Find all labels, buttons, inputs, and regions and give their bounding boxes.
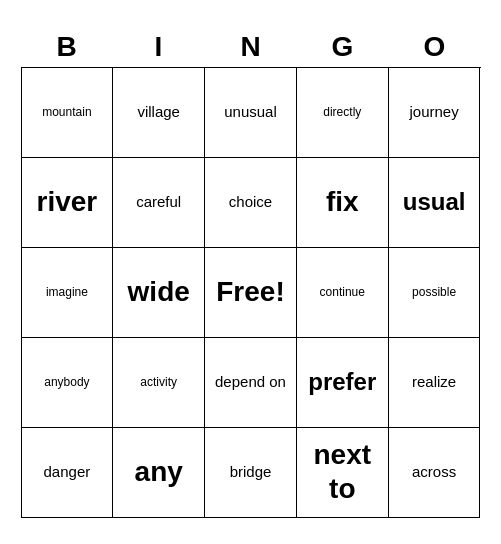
cell-text: next to [301, 438, 384, 505]
bingo-cell: realize [389, 338, 481, 428]
bingo-row: rivercarefulchoicefixusual [22, 158, 481, 248]
bingo-cell: prefer [297, 338, 389, 428]
header-letter: I [113, 27, 205, 67]
bingo-cell: fix [297, 158, 389, 248]
bingo-cell: Free! [205, 248, 297, 338]
cell-text: depend on [215, 373, 286, 391]
cell-text: village [137, 103, 180, 121]
bingo-cell: village [113, 68, 205, 158]
bingo-row: imaginewideFree!continuepossible [22, 248, 481, 338]
bingo-cell: across [389, 428, 481, 518]
cell-text: usual [403, 188, 466, 217]
bingo-cell: continue [297, 248, 389, 338]
bingo-header: BINGO [21, 27, 481, 67]
bingo-cell: imagine [22, 248, 114, 338]
cell-text: wide [128, 275, 190, 309]
bingo-cell: unusual [205, 68, 297, 158]
bingo-cell: danger [22, 428, 114, 518]
cell-text: mountain [42, 105, 91, 119]
bingo-cell: journey [389, 68, 481, 158]
cell-text: danger [44, 463, 91, 481]
bingo-cell: possible [389, 248, 481, 338]
cell-text: imagine [46, 285, 88, 299]
cell-text: unusual [224, 103, 277, 121]
cell-text: directly [323, 105, 361, 119]
bingo-cell: careful [113, 158, 205, 248]
bingo-cell: usual [389, 158, 481, 248]
bingo-cell: activity [113, 338, 205, 428]
bingo-cell: directly [297, 68, 389, 158]
bingo-grid: mountainvillageunusualdirectlyjourneyriv… [21, 67, 481, 518]
cell-text: choice [229, 193, 272, 211]
bingo-card: BINGO mountainvillageunusualdirectlyjour… [21, 27, 481, 518]
bingo-cell: next to [297, 428, 389, 518]
bingo-row: mountainvillageunusualdirectlyjourney [22, 68, 481, 158]
cell-text: fix [326, 185, 359, 219]
cell-text: journey [409, 103, 458, 121]
bingo-cell: river [22, 158, 114, 248]
header-letter: G [297, 27, 389, 67]
cell-text: across [412, 463, 456, 481]
cell-text: realize [412, 373, 456, 391]
header-letter: N [205, 27, 297, 67]
bingo-cell: depend on [205, 338, 297, 428]
bingo-cell: wide [113, 248, 205, 338]
cell-text: continue [320, 285, 365, 299]
bingo-cell: bridge [205, 428, 297, 518]
cell-text: prefer [308, 368, 376, 397]
cell-text: activity [140, 375, 177, 389]
cell-text: careful [136, 193, 181, 211]
bingo-cell: any [113, 428, 205, 518]
cell-text: Free! [216, 275, 284, 309]
bingo-cell: anybody [22, 338, 114, 428]
header-letter: B [21, 27, 113, 67]
cell-text: any [135, 455, 183, 489]
bingo-row: anybodyactivitydepend onpreferrealize [22, 338, 481, 428]
cell-text: bridge [230, 463, 272, 481]
cell-text: river [37, 185, 98, 219]
cell-text: anybody [44, 375, 89, 389]
header-letter: O [389, 27, 481, 67]
bingo-cell: choice [205, 158, 297, 248]
cell-text: possible [412, 285, 456, 299]
bingo-cell: mountain [22, 68, 114, 158]
bingo-row: dangeranybridgenext toacross [22, 428, 481, 518]
